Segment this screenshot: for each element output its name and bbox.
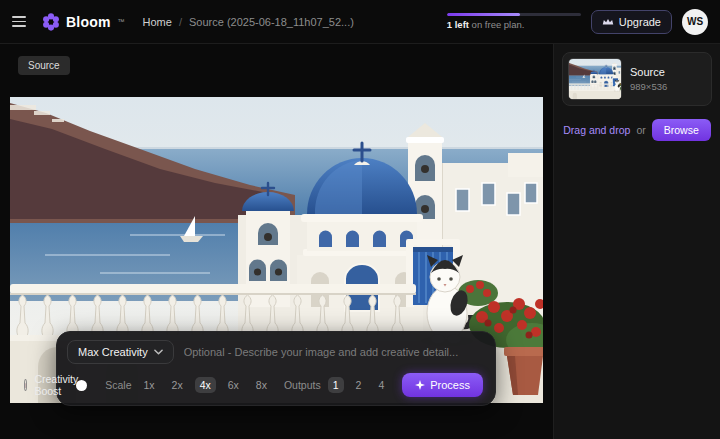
top-bar: Bloom ™ Home / Source (2025-06-18_11h07_… [0,0,720,44]
source-badge: Source [18,56,70,75]
scale-option-4x[interactable]: 4x [195,377,216,393]
toolbar-options-row: i Creativity Boost Scale 1x 2x 4x 6x 8x … [67,373,485,397]
drag-drop-link[interactable]: Drag and drop [563,124,630,136]
brand-logo[interactable]: Bloom ™ [42,13,125,31]
source-thumbnail [568,58,622,100]
prompt-input[interactable] [184,346,485,358]
sparkle-icon [415,380,425,390]
source-card-title: Source [630,66,667,78]
outputs-option-4[interactable]: 4 [373,377,389,393]
chevron-down-icon [154,349,163,355]
upgrade-label: Upgrade [619,16,661,28]
scale-option-2x[interactable]: 2x [167,377,188,393]
usage-meter: 1 left on free plan. [447,13,581,30]
breadcrumb-current: Source (2025-06-18_11h07_52...) [189,16,354,28]
mode-selector-label: Max Creativity [78,346,148,358]
brand-trademark: ™ [118,18,125,25]
browse-button[interactable]: Browse [652,119,711,141]
upgrade-button[interactable]: Upgrade [591,10,672,34]
dropzone: Drag and drop or Browse [562,119,712,141]
hamburger-icon [12,16,26,18]
brand-name: Bloom [66,14,111,30]
topbar-right-group: 1 left on free plan. Upgrade WS [447,9,708,35]
outputs-label: Outputs [284,379,321,391]
main-area: Source Max Creativity i Creativity Boost… [0,44,720,439]
source-card-info: Source 989×536 [630,66,667,92]
source-card-dimensions: 989×536 [630,81,667,92]
right-sidebar: Source 989×536 Drag and drop or Browse [553,44,720,439]
usage-progress-bar [447,13,581,16]
outputs-option-1[interactable]: 1 [328,377,344,393]
process-label: Process [430,379,470,391]
usage-text: 1 left on free plan. [447,19,581,30]
outputs-option-2[interactable]: 2 [351,377,367,393]
scale-label: Scale [105,379,131,391]
bloom-flower-icon [42,13,60,31]
crown-icon [602,17,614,26]
breadcrumb-home-link[interactable]: Home [143,16,172,28]
scale-option-6x[interactable]: 6x [223,377,244,393]
breadcrumb-separator: / [179,16,182,28]
usage-count: 1 left [447,19,469,30]
processing-toolbar: Max Creativity i Creativity Boost Scale … [56,331,496,406]
user-avatar[interactable]: WS [682,9,708,35]
scale-option-8x[interactable]: 8x [251,377,272,393]
usage-suffix: on free plan. [469,19,524,30]
process-button[interactable]: Process [402,373,483,397]
source-card[interactable]: Source 989×536 [562,52,712,106]
breadcrumb: Home / Source (2025-06-18_11h07_52...) [143,16,354,28]
hamburger-menu-button[interactable] [12,12,32,32]
toolbar-prompt-row: Max Creativity [67,340,485,373]
scale-option-1x[interactable]: 1x [138,377,159,393]
or-label: or [636,124,645,136]
mode-selector-dropdown[interactable]: Max Creativity [67,340,174,364]
image-canvas: Source Max Creativity i Creativity Boost… [0,44,553,439]
creativity-boost-label: Creativity Boost [34,373,78,397]
toggle-knob [76,380,87,391]
usage-progress-fill [447,13,521,16]
